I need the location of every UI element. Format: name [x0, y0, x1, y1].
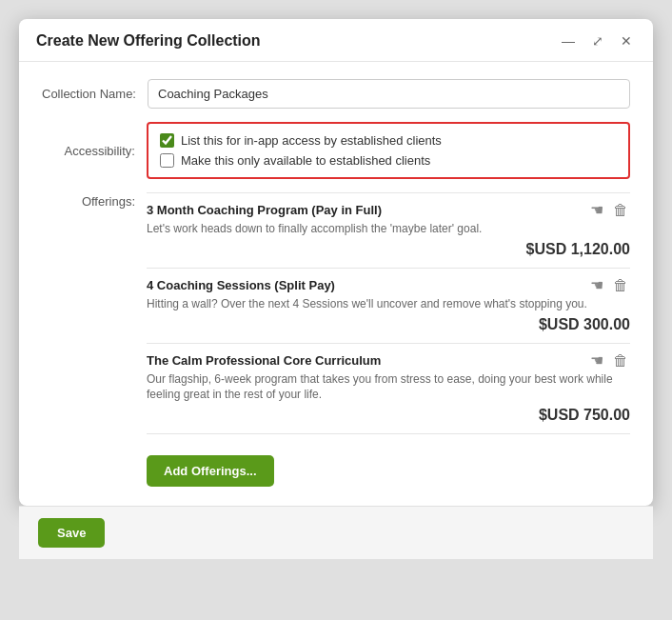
dialog-footer: Save [19, 506, 653, 559]
expand-button[interactable]: ⤢ [588, 32, 607, 50]
checkbox-row-1: List this for in-app access by establish… [160, 133, 617, 148]
minimize-button[interactable]: — [558, 32, 579, 50]
collection-name-input[interactable] [148, 79, 630, 109]
accessibility-box: List this for in-app access by establish… [147, 122, 630, 179]
accessibility-label: Accessibility: [42, 144, 147, 158]
offerings-section: Offerings: 3 Month Coaching Program (Pay… [42, 192, 630, 434]
drag-handle-button[interactable]: ☚ [588, 203, 605, 218]
list-item: 3 Month Coaching Program (Pay in Full) ☚… [147, 193, 630, 269]
dialog-title: Create New Offering Collection [36, 32, 261, 50]
offering-actions: ☚ 🗑 [588, 353, 630, 369]
offering-header: 3 Month Coaching Program (Pay in Full) ☚… [147, 203, 630, 218]
collection-name-label: Collection Name: [42, 87, 148, 101]
offering-header: The Calm Professional Core Curriculum ☚ … [147, 353, 630, 369]
offering-price: $USD 750.00 [147, 407, 630, 424]
list-item: The Calm Professional Core Curriculum ☚ … [147, 344, 630, 435]
drag-handle-button[interactable]: ☚ [588, 278, 605, 293]
offering-actions: ☚ 🗑 [588, 203, 630, 218]
dialog: Create New Offering Collection — ⤢ ✕ Col… [19, 19, 653, 506]
delete-button[interactable]: 🗑 [611, 203, 630, 218]
accessibility-row: Accessibility: List this for in-app acce… [42, 122, 630, 179]
accessibility-checkbox-1[interactable] [160, 133, 174, 148]
offering-description: Let's work heads down to finally accompl… [147, 221, 630, 237]
titlebar-controls: — ⤢ ✕ [558, 32, 636, 50]
list-item: 4 Coaching Sessions (Split Pay) ☚ 🗑 Hitt… [147, 269, 630, 344]
add-offerings-button[interactable]: Add Offerings... [147, 455, 274, 487]
offering-header: 4 Coaching Sessions (Split Pay) ☚ 🗑 [147, 278, 630, 293]
save-button[interactable]: Save [38, 518, 105, 548]
accessibility-checkbox-2-label: Make this only available to established … [181, 153, 430, 168]
offering-description: Our flagship, 6-week program that takes … [147, 371, 630, 404]
accessibility-checkbox-2[interactable] [160, 153, 174, 168]
dialog-wrapper: Create New Offering Collection — ⤢ ✕ Col… [19, 19, 653, 559]
delete-button[interactable]: 🗑 [611, 278, 630, 293]
dialog-titlebar: Create New Offering Collection — ⤢ ✕ [19, 19, 653, 62]
offering-name: The Calm Professional Core Curriculum [147, 353, 579, 368]
dialog-body: Collection Name: Accessibility: List thi… [19, 62, 653, 506]
offerings-label: Offerings: [42, 192, 147, 209]
offering-price: $USD 1,120.00 [147, 241, 630, 258]
offering-price: $USD 300.00 [147, 316, 630, 333]
delete-button[interactable]: 🗑 [611, 353, 630, 369]
accessibility-checkbox-1-label: List this for in-app access by establish… [181, 133, 442, 148]
offerings-list: 3 Month Coaching Program (Pay in Full) ☚… [147, 192, 630, 434]
offering-name: 4 Coaching Sessions (Split Pay) [147, 278, 579, 292]
offering-name: 3 Month Coaching Program (Pay in Full) [147, 203, 579, 217]
collection-name-row: Collection Name: [42, 79, 630, 109]
offering-description: Hitting a wall? Over the next 4 Sessions… [147, 296, 630, 312]
close-button[interactable]: ✕ [617, 32, 636, 50]
drag-handle-button[interactable]: ☚ [588, 353, 605, 369]
checkbox-row-2: Make this only available to established … [160, 153, 617, 168]
offering-actions: ☚ 🗑 [588, 278, 630, 293]
